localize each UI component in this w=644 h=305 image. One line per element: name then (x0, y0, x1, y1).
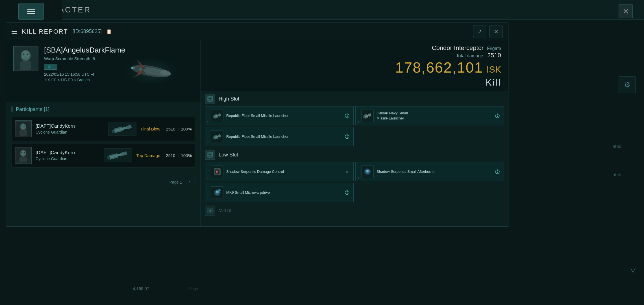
panel-title: KILL REPORT (22, 28, 68, 35)
panel-id: [ID:6895625] (73, 29, 102, 34)
next-page-button[interactable]: › (185, 177, 195, 187)
participant-portrait-2 (15, 147, 32, 164)
partial-slot-icon (205, 206, 215, 216)
partial-slot-header: Mid Sl... (205, 206, 504, 216)
partial-slot-label: Mid Sl... (219, 208, 235, 213)
equip-count-low-2: 1 (357, 176, 359, 180)
svg-point-51 (347, 114, 348, 116)
equip-action-low-2 (494, 168, 501, 175)
branch-text: Branch (77, 78, 90, 82)
equip-item-low-2[interactable]: 1 Shadow Serpentis Small Af (355, 162, 504, 181)
low-slot-header: Low Slot (205, 150, 504, 160)
equip-action-low-3 (344, 189, 351, 196)
svg-point-3 (22, 51, 30, 60)
ship-type-line: Condor Interceptor Frigate (208, 44, 501, 52)
low-slot-grid: 1 Shadow Serpentis Damage C (205, 162, 504, 202)
kill-left-panel: [SBA]AngelusDarkFlame Warp Scramble Stre… (6, 40, 201, 226)
high-slot-label: High Slot (219, 96, 239, 102)
equip-item-low-1[interactable]: 1 Shadow Serpentis Damage C (205, 162, 354, 181)
weapon-svg-2 (106, 150, 129, 161)
participant-ship-2: Cyclone Guardian (36, 156, 104, 161)
svg-point-32 (21, 150, 26, 156)
bg-text-1: ated (613, 144, 621, 149)
pagination-bar: Page 1 › (6, 174, 201, 190)
equip-name-high-3: Republic Fleet Small Missile Launcher (226, 134, 341, 139)
kill-body: [SBA]AngelusDarkFlame Warp Scramble Stre… (6, 40, 508, 226)
total-damage-line: Total damage: 2510 (208, 52, 501, 59)
svg-point-88 (216, 191, 217, 192)
equip-item-low-3[interactable]: 1 + (205, 183, 354, 202)
equip-item-high-1[interactable]: 1 (205, 106, 354, 125)
equip-count-low-1: 1 (207, 176, 209, 180)
participants-header: Participants [1] (12, 106, 195, 112)
high-slot-icon (205, 94, 215, 104)
svg-rect-33 (19, 157, 27, 162)
equip-item-high-3[interactable]: 1 (205, 127, 354, 146)
svg-point-4 (23, 54, 25, 55)
stat-dmg-2: 2510 (166, 153, 175, 158)
equip-name-high-2: Caldari Navy SmallMissile Launcher (377, 111, 491, 121)
sidebar-menu-button[interactable] (18, 3, 44, 20)
low-slot-icon (205, 150, 215, 160)
kill-report-panel: KILL REPORT [ID:6895625] 📋 ↗ ✕ (6, 23, 508, 227)
svg-rect-61 (497, 116, 498, 117)
low-slot-label: Low Slot (219, 152, 238, 158)
weapon-svg-1 (111, 123, 134, 134)
char-header: [SBA]AngelusDarkFlame Warp Scramble Stre… (6, 40, 201, 102)
panel-header: KILL REPORT [ID:6895625] 📋 ↗ ✕ (6, 23, 508, 40)
svg-point-80 (367, 170, 368, 171)
equip-item-high-2[interactable]: 1 (355, 106, 504, 125)
stat-pct-1: 100% (181, 127, 192, 131)
svg-rect-21 (19, 130, 27, 136)
svg-rect-37 (121, 151, 127, 156)
participant-weapon-2 (104, 148, 132, 162)
participant-name-1: [DAFT]CandyKorn (36, 123, 108, 129)
ship-stats: Condor Interceptor Frigate Total damage:… (201, 40, 508, 91)
close-icon: ✕ (623, 7, 629, 16)
svg-rect-2 (20, 61, 31, 70)
svg-point-72 (209, 154, 211, 156)
equip-action-high-3 (344, 133, 351, 140)
kill-result: Kill (208, 77, 501, 88)
isk-row: 178,662,101 ISK (208, 59, 501, 76)
participant-stats-1: Final Blow | 2510 | 100% (141, 127, 192, 131)
svg-point-22 (21, 126, 22, 127)
svg-rect-83 (497, 172, 498, 173)
ship-svg (112, 49, 191, 94)
svg-rect-93 (347, 193, 348, 194)
next-icon: › (189, 180, 190, 185)
participant-portrait-1 (15, 120, 32, 137)
export-icon: ↗ (477, 28, 482, 35)
participant-row: [DAFT]CandyKorn Cyclone Guardian (12, 117, 195, 141)
svg-point-60 (497, 114, 498, 116)
equip-name-low-1: Shadow Serpentis Damage Control (226, 169, 341, 174)
copy-icon[interactable]: 📋 (106, 29, 112, 34)
ship-type: Frigate (487, 46, 501, 51)
panel-close-button[interactable]: ✕ (489, 25, 502, 38)
filter-icon[interactable]: ▽ (630, 266, 636, 274)
low-slot-section: Low Slot 1 (205, 150, 504, 202)
svg-point-69 (347, 135, 348, 136)
participants-section: Participants [1] [DA (6, 102, 201, 174)
topbar-close-button[interactable]: ✕ (619, 4, 633, 18)
participant-name-2: [DAFT]CandyKorn (36, 150, 104, 156)
participant-info-1: [DAFT]CandyKorn Cyclone Guardian (36, 123, 108, 134)
tools-icon-area[interactable]: ⚙ (619, 76, 636, 93)
bg-text-2: ated (613, 172, 621, 177)
svg-rect-70 (347, 137, 348, 138)
hamburger-icon (27, 9, 35, 14)
equip-action-high-1 (344, 112, 351, 119)
equip-icon-high-3 (211, 130, 223, 143)
equip-count-low-3: 1 (207, 197, 209, 201)
kill-badge: Kill (44, 64, 57, 70)
svg-point-23 (24, 126, 25, 127)
export-button[interactable]: ↗ (473, 25, 486, 38)
bg-bottom-value: 4,165.07 (133, 286, 149, 291)
close-icon: ✕ (494, 28, 499, 35)
equip-count: 1 (207, 120, 209, 124)
high-slot-section: High Slot 1 (205, 94, 504, 146)
equip-name-low-2: Shadow Serpentis Small Afterburner (377, 169, 491, 174)
panel-menu-button[interactable] (12, 30, 17, 34)
total-damage-value: 2510 (487, 52, 501, 59)
equip-icon-high-2 (361, 110, 374, 122)
